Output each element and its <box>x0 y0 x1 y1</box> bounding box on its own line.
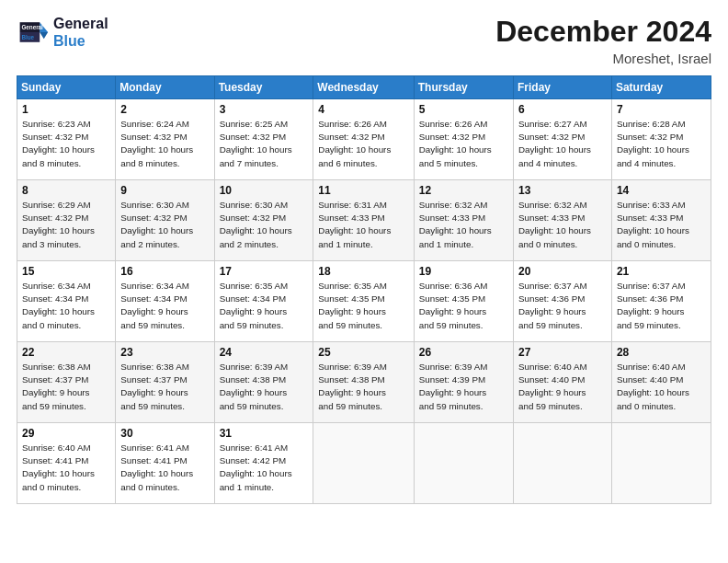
cell-5-6 <box>514 423 612 504</box>
day-info: Sunrise: 6:37 AM Sunset: 4:36 PM Dayligh… <box>617 280 706 332</box>
day-info: Sunrise: 6:32 AM Sunset: 4:33 PM Dayligh… <box>518 199 607 251</box>
day-number: 26 <box>419 346 508 359</box>
svg-marker-1 <box>40 32 48 39</box>
day-info: Sunrise: 6:26 AM Sunset: 4:32 PM Dayligh… <box>318 118 408 170</box>
cell-2-2: 9Sunrise: 6:30 AM Sunset: 4:32 PM Daylig… <box>116 180 214 261</box>
logo: General Blue General Blue <box>17 15 108 50</box>
cell-5-7 <box>611 423 711 504</box>
day-info: Sunrise: 6:39 AM Sunset: 4:38 PM Dayligh… <box>318 361 408 413</box>
col-wednesday: Wednesday <box>313 76 414 99</box>
day-number: 17 <box>220 265 309 278</box>
cell-4-5: 26Sunrise: 6:39 AM Sunset: 4:39 PM Dayli… <box>414 342 513 423</box>
day-number: 31 <box>220 427 309 440</box>
day-info: Sunrise: 6:35 AM Sunset: 4:35 PM Dayligh… <box>318 280 408 332</box>
cell-4-4: 25Sunrise: 6:39 AM Sunset: 4:38 PM Dayli… <box>313 342 414 423</box>
cell-2-7: 14Sunrise: 6:33 AM Sunset: 4:33 PM Dayli… <box>611 180 711 261</box>
day-number: 2 <box>120 103 209 116</box>
day-number: 10 <box>220 184 309 197</box>
day-number: 16 <box>120 265 209 278</box>
day-info: Sunrise: 6:39 AM Sunset: 4:38 PM Dayligh… <box>220 361 309 413</box>
cell-3-6: 20Sunrise: 6:37 AM Sunset: 4:36 PM Dayli… <box>514 261 612 342</box>
day-number: 23 <box>120 346 209 359</box>
day-info: Sunrise: 6:29 AM Sunset: 4:32 PM Dayligh… <box>22 199 110 251</box>
day-number: 7 <box>617 103 706 116</box>
week-row-3: 15Sunrise: 6:34 AM Sunset: 4:34 PM Dayli… <box>17 261 711 342</box>
day-number: 20 <box>518 265 607 278</box>
day-info: Sunrise: 6:35 AM Sunset: 4:34 PM Dayligh… <box>220 280 309 332</box>
cell-5-3: 31Sunrise: 6:41 AM Sunset: 4:42 PM Dayli… <box>214 423 313 504</box>
col-monday: Monday <box>116 76 214 99</box>
week-row-2: 8Sunrise: 6:29 AM Sunset: 4:32 PM Daylig… <box>17 180 711 261</box>
day-number: 22 <box>22 346 110 359</box>
day-info: Sunrise: 6:40 AM Sunset: 4:41 PM Dayligh… <box>22 442 110 494</box>
col-friday: Friday <box>514 76 612 99</box>
cell-2-1: 8Sunrise: 6:29 AM Sunset: 4:32 PM Daylig… <box>17 180 116 261</box>
cell-4-2: 23Sunrise: 6:38 AM Sunset: 4:37 PM Dayli… <box>116 342 214 423</box>
day-info: Sunrise: 6:30 AM Sunset: 4:32 PM Dayligh… <box>120 199 209 251</box>
day-number: 28 <box>617 346 706 359</box>
week-row-1: 1Sunrise: 6:23 AM Sunset: 4:32 PM Daylig… <box>17 99 711 180</box>
col-sunday: Sunday <box>17 76 116 99</box>
col-saturday: Saturday <box>611 76 711 99</box>
day-number: 11 <box>318 184 408 197</box>
cell-3-4: 18Sunrise: 6:35 AM Sunset: 4:35 PM Dayli… <box>313 261 414 342</box>
cell-1-3: 3Sunrise: 6:25 AM Sunset: 4:32 PM Daylig… <box>214 99 313 180</box>
cell-3-3: 17Sunrise: 6:35 AM Sunset: 4:34 PM Dayli… <box>214 261 313 342</box>
week-row-5: 29Sunrise: 6:40 AM Sunset: 4:41 PM Dayli… <box>17 423 711 504</box>
day-info: Sunrise: 6:37 AM Sunset: 4:36 PM Dayligh… <box>518 280 607 332</box>
cell-3-1: 15Sunrise: 6:34 AM Sunset: 4:34 PM Dayli… <box>17 261 116 342</box>
cell-5-2: 30Sunrise: 6:41 AM Sunset: 4:41 PM Dayli… <box>116 423 214 504</box>
col-tuesday: Tuesday <box>214 76 313 99</box>
cell-1-7: 7Sunrise: 6:28 AM Sunset: 4:32 PM Daylig… <box>611 99 711 180</box>
col-thursday: Thursday <box>414 76 513 99</box>
day-info: Sunrise: 6:32 AM Sunset: 4:33 PM Dayligh… <box>419 199 508 251</box>
cell-5-5 <box>414 423 513 504</box>
day-number: 5 <box>419 103 508 116</box>
page: General Blue General Blue December 2024 … <box>0 0 728 563</box>
day-info: Sunrise: 6:31 AM Sunset: 4:33 PM Dayligh… <box>318 199 408 251</box>
cell-1-2: 2Sunrise: 6:24 AM Sunset: 4:32 PM Daylig… <box>116 99 214 180</box>
day-number: 21 <box>617 265 706 278</box>
cell-1-5: 5Sunrise: 6:26 AM Sunset: 4:32 PM Daylig… <box>414 99 513 180</box>
cell-2-6: 13Sunrise: 6:32 AM Sunset: 4:33 PM Dayli… <box>514 180 612 261</box>
day-number: 13 <box>518 184 607 197</box>
day-info: Sunrise: 6:23 AM Sunset: 4:32 PM Dayligh… <box>22 118 110 170</box>
day-info: Sunrise: 6:41 AM Sunset: 4:41 PM Dayligh… <box>120 442 209 494</box>
cell-4-3: 24Sunrise: 6:39 AM Sunset: 4:38 PM Dayli… <box>214 342 313 423</box>
header-row: Sunday Monday Tuesday Wednesday Thursday… <box>17 76 711 99</box>
cell-3-7: 21Sunrise: 6:37 AM Sunset: 4:36 PM Dayli… <box>611 261 711 342</box>
cell-2-4: 11Sunrise: 6:31 AM Sunset: 4:33 PM Dayli… <box>313 180 414 261</box>
day-number: 3 <box>220 103 309 116</box>
location: Moreshet, Israel <box>495 51 711 66</box>
cell-3-5: 19Sunrise: 6:36 AM Sunset: 4:35 PM Dayli… <box>414 261 513 342</box>
day-number: 6 <box>518 103 607 116</box>
cell-4-1: 22Sunrise: 6:38 AM Sunset: 4:37 PM Dayli… <box>17 342 116 423</box>
title-block: December 2024 Moreshet, Israel <box>495 15 711 66</box>
day-info: Sunrise: 6:38 AM Sunset: 4:37 PM Dayligh… <box>22 361 110 413</box>
day-number: 19 <box>419 265 508 278</box>
week-row-4: 22Sunrise: 6:38 AM Sunset: 4:37 PM Dayli… <box>17 342 711 423</box>
day-number: 4 <box>318 103 408 116</box>
header: General Blue General Blue December 2024 … <box>17 15 711 66</box>
calendar-table: Sunday Monday Tuesday Wednesday Thursday… <box>17 75 711 504</box>
svg-text:Blue: Blue <box>21 34 34 40</box>
cell-1-1: 1Sunrise: 6:23 AM Sunset: 4:32 PM Daylig… <box>17 99 116 180</box>
cell-4-6: 27Sunrise: 6:40 AM Sunset: 4:40 PM Dayli… <box>514 342 612 423</box>
cell-2-3: 10Sunrise: 6:30 AM Sunset: 4:32 PM Dayli… <box>214 180 313 261</box>
day-info: Sunrise: 6:24 AM Sunset: 4:32 PM Dayligh… <box>120 118 209 170</box>
cell-2-5: 12Sunrise: 6:32 AM Sunset: 4:33 PM Dayli… <box>414 180 513 261</box>
cell-3-2: 16Sunrise: 6:34 AM Sunset: 4:34 PM Dayli… <box>116 261 214 342</box>
day-info: Sunrise: 6:33 AM Sunset: 4:33 PM Dayligh… <box>617 199 706 251</box>
cell-1-4: 4Sunrise: 6:26 AM Sunset: 4:32 PM Daylig… <box>313 99 414 180</box>
cell-5-1: 29Sunrise: 6:40 AM Sunset: 4:41 PM Dayli… <box>17 423 116 504</box>
day-info: Sunrise: 6:40 AM Sunset: 4:40 PM Dayligh… <box>617 361 706 413</box>
day-number: 18 <box>318 265 408 278</box>
logo-text: General Blue <box>53 15 108 50</box>
day-number: 30 <box>120 427 209 440</box>
day-info: Sunrise: 6:30 AM Sunset: 4:32 PM Dayligh… <box>220 199 309 251</box>
cell-5-4 <box>313 423 414 504</box>
day-info: Sunrise: 6:34 AM Sunset: 4:34 PM Dayligh… <box>120 280 209 332</box>
day-number: 1 <box>22 103 110 116</box>
day-info: Sunrise: 6:26 AM Sunset: 4:32 PM Dayligh… <box>419 118 508 170</box>
day-number: 8 <box>22 184 110 197</box>
